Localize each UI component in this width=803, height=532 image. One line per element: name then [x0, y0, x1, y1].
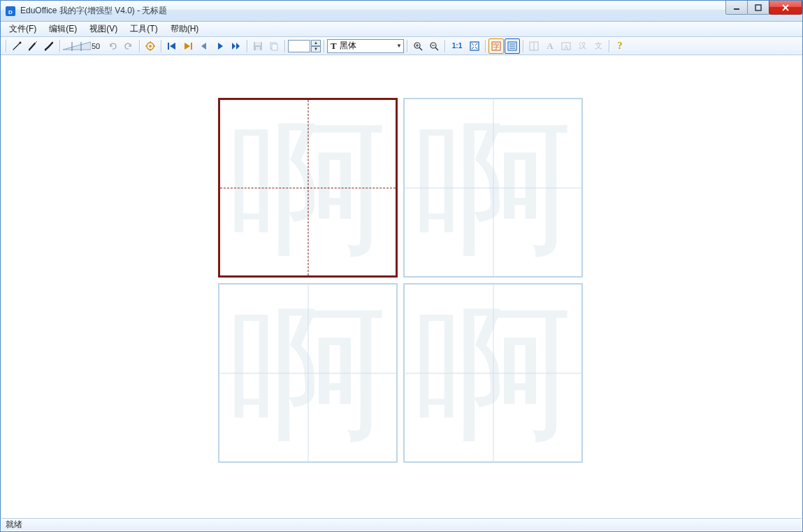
- chevron-down-icon: ▼: [396, 43, 402, 49]
- workspace[interactable]: 啊 啊 啊 啊: [1, 56, 802, 517]
- menu-view[interactable]: 视图(V): [84, 22, 123, 36]
- svg-marker-7: [63, 42, 91, 50]
- text-direction-button[interactable]: 文: [591, 38, 606, 54]
- fast-forward-button[interactable]: [229, 38, 244, 54]
- svg-rect-18: [191, 43, 192, 50]
- menu-help[interactable]: 帮助(H): [165, 22, 205, 36]
- app-icon: D: [5, 6, 16, 17]
- svg-rect-36: [470, 42, 479, 50]
- svg-rect-25: [255, 42, 261, 45]
- text-a-button[interactable]: A: [542, 38, 558, 54]
- maximize-button[interactable]: [747, 1, 769, 15]
- brush-size-value: 50: [92, 42, 104, 50]
- undo-button[interactable]: [105, 38, 120, 54]
- toolbar-separator: [284, 40, 285, 52]
- svg-rect-26: [256, 47, 260, 50]
- svg-line-34: [435, 48, 438, 50]
- toolbar-separator: [139, 40, 140, 52]
- svg-rect-28: [272, 44, 277, 50]
- svg-marker-23: [236, 43, 240, 50]
- practice-cell-1[interactable]: 啊: [218, 98, 398, 278]
- guide-vertical: [493, 99, 493, 276]
- toolbar-separator: [6, 40, 6, 52]
- svg-marker-22: [232, 43, 236, 50]
- font-prefix-icon: T: [331, 41, 337, 52]
- toolbar-separator: [161, 40, 161, 52]
- svg-marker-19: [185, 43, 190, 50]
- toolbar-separator: [59, 40, 60, 52]
- chinese-char-button[interactable]: 汉: [574, 38, 590, 54]
- titlebar: D EduOffice 我的字(增强型 V4.0) - 无标题: [1, 1, 802, 22]
- status-text: 就绪: [6, 519, 22, 531]
- practice-cell-2[interactable]: 啊: [403, 98, 583, 278]
- practice-cell-3[interactable]: 啊: [218, 283, 398, 463]
- svg-line-30: [419, 48, 422, 50]
- pen-calligraphy-button[interactable]: [41, 38, 57, 54]
- close-button[interactable]: [769, 1, 802, 15]
- svg-text:A: A: [564, 43, 569, 50]
- zoom-in-button[interactable]: [410, 38, 426, 54]
- guide-vertical: [493, 285, 493, 461]
- svg-rect-3: [755, 5, 761, 10]
- menu-file[interactable]: 文件(F): [3, 22, 42, 36]
- minimize-button[interactable]: [725, 1, 748, 15]
- menubar: 文件(F) 编辑(E) 视图(V) 工具(T) 帮助(H): [1, 22, 802, 37]
- mode-grid-button[interactable]: 字: [489, 38, 504, 54]
- fit-window-button[interactable]: [467, 38, 482, 54]
- zoom-actual-button[interactable]: 1:1: [448, 38, 466, 54]
- zoom-out-button[interactable]: [426, 38, 442, 54]
- page-number-input[interactable]: [288, 40, 310, 52]
- toolbar-separator: [485, 40, 486, 52]
- toolbar: 50 ▲▼ T 黑体 ▼: [1, 37, 802, 55]
- toolbar-separator: [609, 40, 609, 52]
- settings-button[interactable]: [143, 38, 158, 54]
- font-selector[interactable]: T 黑体 ▼: [327, 39, 404, 53]
- svg-rect-16: [168, 43, 169, 50]
- pen-brush-button[interactable]: [25, 38, 41, 54]
- page-spinner[interactable]: ▲▼: [311, 40, 321, 52]
- window-title: EduOffice 我的字(增强型 V4.0) - 无标题: [20, 5, 168, 17]
- save-button[interactable]: [250, 38, 266, 54]
- svg-marker-21: [218, 43, 223, 50]
- svg-marker-20: [201, 43, 206, 50]
- play-button[interactable]: [212, 38, 228, 54]
- brush-size-slider[interactable]: [63, 41, 91, 52]
- guide-vertical: [308, 285, 308, 461]
- window-controls: [726, 1, 802, 15]
- last-page-button[interactable]: [180, 38, 196, 54]
- help-button[interactable]: ?: [612, 38, 628, 54]
- guide-vertical: [308, 100, 308, 275]
- practice-cell-4[interactable]: 啊: [403, 283, 583, 463]
- layout-button[interactable]: [526, 38, 542, 54]
- copy-button[interactable]: [266, 38, 282, 54]
- toolbar-separator: [444, 40, 445, 52]
- svg-point-6: [20, 41, 22, 43]
- toolbar-separator: [523, 40, 523, 52]
- menu-edit[interactable]: 编辑(E): [43, 22, 82, 36]
- text-box-button[interactable]: A: [558, 38, 574, 54]
- toolbar-separator: [324, 40, 324, 52]
- first-page-button[interactable]: [164, 38, 180, 54]
- menu-tools[interactable]: 工具(T): [124, 22, 163, 36]
- svg-text:D: D: [8, 9, 13, 15]
- mode-list-button[interactable]: [505, 38, 520, 54]
- toolbar-separator: [247, 40, 247, 52]
- svg-point-11: [149, 45, 152, 48]
- prev-button[interactable]: [196, 38, 212, 54]
- redo-button[interactable]: [121, 38, 136, 54]
- toolbar-separator: [407, 40, 407, 52]
- statusbar: 就绪: [1, 518, 802, 531]
- svg-marker-17: [170, 43, 175, 50]
- practice-grid: 啊 啊 啊 啊: [218, 98, 583, 463]
- font-name-label: 黑体: [340, 40, 393, 52]
- svg-text:字: 字: [493, 43, 500, 50]
- pen-thin-button[interactable]: [9, 38, 24, 54]
